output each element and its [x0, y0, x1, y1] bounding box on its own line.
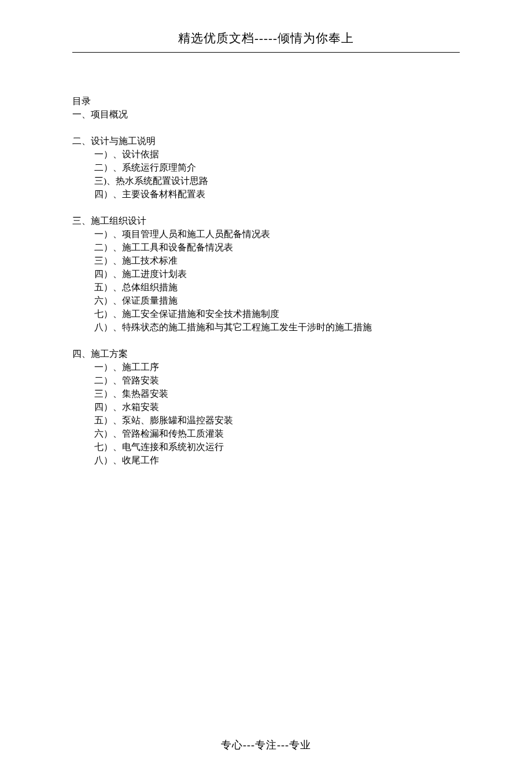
toc-title: 目录: [72, 94, 460, 108]
toc-item: 四）、施工进度计划表: [72, 267, 460, 281]
toc-item: 八）、特殊状态的施工措施和与其它工程施工发生干涉时的施工措施: [72, 320, 460, 334]
toc-item: 二）、系统运行原理简介: [72, 161, 460, 174]
toc-item: 三）、集热器安装: [72, 387, 460, 400]
toc-item: 二）、施工工具和设备配备情况表: [72, 241, 460, 254]
toc-item: 四）、水箱安装: [72, 400, 460, 414]
toc-item: 三)、热水系统配置设计思路: [72, 174, 460, 187]
toc-item: 六）、保证质量措施: [72, 294, 460, 307]
toc-section-3-heading: 三、施工组织设计: [72, 214, 460, 227]
toc-section-1-heading: 一、项目概况: [72, 108, 460, 121]
toc-item: 一）、设计依据: [72, 147, 460, 161]
toc-item: 六）、管路检漏和传热工质灌装: [72, 427, 460, 440]
toc-item: 五）、总体组织措施: [72, 281, 460, 294]
toc-section-2-heading: 二、设计与施工说明: [72, 134, 460, 147]
header-text: 精选优质文档-----倾情为你奉上: [178, 31, 354, 45]
toc-item: 五）、泵站、膨胀罐和温控器安装: [72, 414, 460, 427]
page-footer: 专心---专注---专业: [0, 738, 532, 752]
page-header: 精选优质文档-----倾情为你奉上: [0, 0, 532, 46]
toc-item: 七）、电气连接和系统初次运行: [72, 440, 460, 453]
toc-section-4-heading: 四、施工方案: [72, 347, 460, 360]
toc-item: 八）、收尾工作: [72, 453, 460, 467]
toc-item: 一）、项目管理人员和施工人员配备情况表: [72, 227, 460, 241]
toc-item: 二）、管路安装: [72, 374, 460, 387]
toc-item: 七）、施工安全保证措施和安全技术措施制度: [72, 307, 460, 320]
toc-item: 四）、主要设备材料配置表: [72, 187, 460, 201]
toc-item: 三）、施工技术标准: [72, 254, 460, 267]
toc-item: 一）、施工工序: [72, 360, 460, 374]
document-content: 目录 一、项目概况 二、设计与施工说明 一）、设计依据 二）、系统运行原理简介 …: [0, 53, 532, 467]
footer-text: 专心---专注---专业: [221, 739, 311, 751]
